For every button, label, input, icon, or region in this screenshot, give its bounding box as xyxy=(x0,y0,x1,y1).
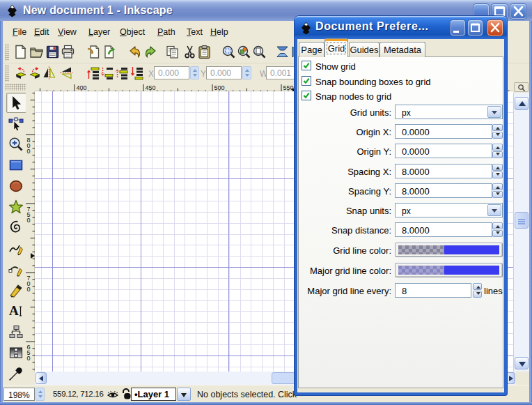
zoom-drawing-icon[interactable] xyxy=(237,45,251,59)
toolbar-drag-handle[interactable] xyxy=(5,44,9,61)
undo-icon[interactable] xyxy=(127,45,142,59)
tool-spiral[interactable] xyxy=(6,217,26,238)
checkbox-snap-bounding-boxes-to-grid[interactable] xyxy=(302,76,311,86)
layer-dropdown-button[interactable] xyxy=(177,388,191,401)
spinner-buttons[interactable] xyxy=(473,283,483,298)
sticky-zoom-button[interactable] xyxy=(514,82,529,92)
y-spinner[interactable] xyxy=(242,66,251,79)
zoom-spinner[interactable] xyxy=(36,388,45,401)
checkbox-snap-nodes-to-grid[interactable] xyxy=(302,91,311,100)
combo-gridunits[interactable]: px xyxy=(395,105,503,119)
tool-calligraphy[interactable] xyxy=(6,280,26,300)
y-field-label: Y xyxy=(201,69,206,79)
eye-icon[interactable] xyxy=(107,390,119,399)
input-snapdistance[interactable]: 8.0000 xyxy=(395,222,492,237)
spinner-buttons[interactable] xyxy=(492,222,503,237)
copy-icon[interactable] xyxy=(165,45,180,59)
menu-path[interactable]: Path xyxy=(157,27,175,37)
combo-dropdown-button[interactable] xyxy=(487,204,501,216)
tool-gradient[interactable] xyxy=(6,343,26,363)
input-spacingx[interactable]: 8.0000 xyxy=(395,164,492,178)
input-spacingy[interactable]: 8.0000 xyxy=(395,183,492,198)
svg-text:A: A xyxy=(9,303,19,318)
tool-zoom[interactable] xyxy=(6,135,26,155)
tool-pen[interactable] xyxy=(6,259,26,280)
color-button-majorgridlinecolor[interactable] xyxy=(395,263,503,277)
vertical-scrollbar[interactable] xyxy=(513,93,529,372)
x-field[interactable]: 0.000 xyxy=(154,66,189,79)
raise-one-step-icon[interactable] xyxy=(115,66,130,80)
color-button-gridlinecolor[interactable] xyxy=(395,243,503,257)
flip-horizontal-icon[interactable] xyxy=(42,66,56,80)
lock-open-icon[interactable] xyxy=(121,388,131,399)
y-field[interactable]: 0.000 xyxy=(206,66,242,79)
flip-vertical-icon[interactable] xyxy=(59,66,74,80)
combo-dropdown-button[interactable] xyxy=(487,106,501,118)
spinner-buttons[interactable] xyxy=(492,144,503,158)
tool-selector[interactable] xyxy=(6,93,26,113)
tool-connector[interactable] xyxy=(6,322,26,342)
menu-text[interactable]: Text xyxy=(187,27,203,37)
cut-icon[interactable] xyxy=(182,45,197,59)
raise-to-top-icon[interactable] xyxy=(86,66,101,80)
x-spinner[interactable] xyxy=(190,66,199,79)
menu-file[interactable]: File xyxy=(13,27,26,37)
tool-pencil[interactable] xyxy=(6,238,26,259)
rotate-ccw-icon[interactable] xyxy=(14,66,29,80)
export-icon[interactable] xyxy=(102,45,117,59)
menu-help[interactable]: Help xyxy=(210,27,228,37)
redo-icon[interactable] xyxy=(143,45,158,59)
window-border-right xyxy=(529,21,532,402)
input-originx[interactable]: 0.0000 xyxy=(395,124,492,139)
toolbox: A xyxy=(3,83,26,385)
vertical-ruler[interactable]: 800750700650 xyxy=(26,91,35,372)
document-print-icon[interactable] xyxy=(61,45,75,59)
checkbox-show-grid[interactable] xyxy=(302,61,311,70)
document-save-icon[interactable] xyxy=(45,45,60,59)
document-open-icon[interactable] xyxy=(29,45,44,59)
row-label: Grid units: xyxy=(299,107,391,118)
checkbox-label: Snap bounding boxes to grid xyxy=(315,77,431,87)
fit-vertical-icon[interactable] xyxy=(275,45,290,59)
rotate-cw-icon[interactable] xyxy=(28,66,42,80)
input-majorgridlineevery[interactable]: 8 xyxy=(395,283,471,298)
scroll-left-button[interactable] xyxy=(36,372,47,384)
menu-edit[interactable]: Edit xyxy=(34,27,49,37)
vertical-scroll-thumb[interactable] xyxy=(515,212,529,229)
x-field-label: X xyxy=(148,69,154,79)
scroll-down-button[interactable] xyxy=(515,357,529,369)
tool-ellipse[interactable] xyxy=(6,176,26,197)
scroll-up-button[interactable] xyxy=(515,97,529,110)
svg-text:0: 0 xyxy=(27,286,31,293)
lower-one-step-icon[interactable] xyxy=(100,66,115,80)
layer-selector[interactable]: •Layer 1 xyxy=(131,388,176,401)
tool-text[interactable]: A xyxy=(6,301,26,321)
zoom-selection-icon[interactable] xyxy=(221,45,236,59)
tool-rectangle[interactable] xyxy=(6,155,26,176)
input-originy[interactable]: 0.0000 xyxy=(395,144,492,158)
combo-snapunits[interactable]: px xyxy=(395,203,503,217)
import-icon[interactable] xyxy=(86,45,101,59)
window-title: New document 1 - Inkscape xyxy=(23,4,173,17)
tool-star[interactable] xyxy=(6,197,26,217)
tool-node-editor[interactable] xyxy=(6,114,26,134)
menu-view[interactable]: View xyxy=(58,27,77,37)
toolbar-drag-handle[interactable] xyxy=(5,65,9,82)
document-preferences-dialog: Document Prefere... PageGridGuidesMetada… xyxy=(295,16,507,395)
ruler-corner xyxy=(26,83,35,91)
svg-text:400: 400 xyxy=(77,84,87,91)
zoom-page-icon[interactable] xyxy=(252,45,267,59)
close-button[interactable] xyxy=(510,4,526,19)
tab-grid[interactable]: Grid xyxy=(324,38,348,57)
spinner-buttons[interactable] xyxy=(492,183,503,198)
tool-dropper[interactable] xyxy=(6,364,26,384)
spinner-buttons[interactable] xyxy=(492,164,503,178)
menu-layer[interactable]: Layer xyxy=(88,27,110,37)
menu-object[interactable]: Object xyxy=(120,27,145,37)
paste-icon[interactable] xyxy=(197,45,212,59)
lower-to-bottom-icon[interactable] xyxy=(130,66,145,80)
spinner-buttons[interactable] xyxy=(492,124,503,139)
zoom-input[interactable]: 198% xyxy=(3,388,35,401)
row-label: Snap units: xyxy=(299,206,391,216)
document-new-icon[interactable] xyxy=(13,45,28,59)
